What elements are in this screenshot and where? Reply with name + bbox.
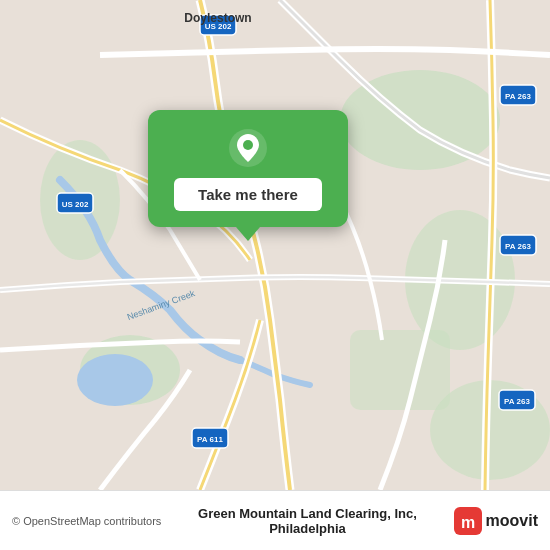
location-pin-icon bbox=[228, 128, 268, 168]
svg-text:US 202: US 202 bbox=[62, 200, 89, 209]
map-popup: Take me there bbox=[148, 110, 348, 227]
svg-text:PA 263: PA 263 bbox=[504, 397, 530, 406]
attribution-text: © OpenStreetMap contributors bbox=[12, 515, 161, 527]
moovit-logo: m moovit bbox=[454, 507, 538, 535]
location-title: Green Mountain Land Clearing, Inc, Phila… bbox=[161, 506, 453, 536]
bottom-bar: © OpenStreetMap contributors Green Mount… bbox=[0, 490, 550, 550]
svg-text:PA 263: PA 263 bbox=[505, 92, 531, 101]
svg-text:PA 263: PA 263 bbox=[505, 242, 531, 251]
moovit-text: moovit bbox=[486, 512, 538, 530]
svg-rect-5 bbox=[350, 330, 450, 410]
svg-text:Doylestown: Doylestown bbox=[184, 11, 251, 25]
svg-point-7 bbox=[77, 354, 153, 406]
svg-text:m: m bbox=[460, 514, 474, 531]
map-container: US 202 US 202 PA 263 PA 263 PA 263 PA 61… bbox=[0, 0, 550, 490]
moovit-icon: m bbox=[454, 507, 482, 535]
svg-text:PA 611: PA 611 bbox=[197, 435, 223, 444]
take-me-there-button[interactable]: Take me there bbox=[174, 178, 322, 211]
svg-point-23 bbox=[243, 140, 253, 150]
